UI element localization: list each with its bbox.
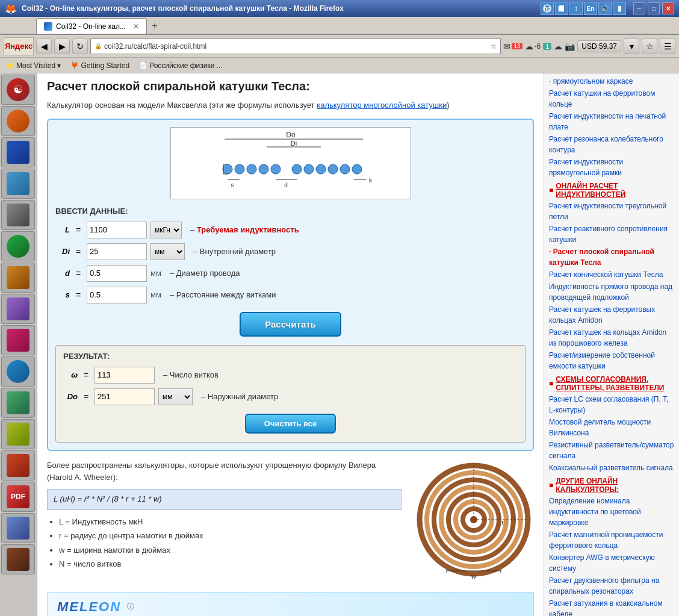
maximize-btn[interactable]: □: [648, 2, 660, 14]
output-omega[interactable]: [95, 367, 155, 384]
address-bar[interactable]: 🔒 coil32.ru/calc/flat-spiral-coil.html ☆: [90, 39, 501, 54]
email-btn[interactable]: ✉ 13: [503, 39, 522, 54]
clear-btn[interactable]: Очистить все: [245, 414, 336, 434]
rsidebar-link-14[interactable]: Резистивный разветвитель/сумматор сигнал…: [549, 440, 674, 461]
navbar: Яндекс ◀ ▶ ↻ 🔒 coil32.ru/calc/flat-spira…: [0, 35, 679, 58]
minimize-btn[interactable]: ─: [633, 2, 645, 14]
rsidebar-link-5[interactable]: Расчет индуктивности треугольной петли: [549, 201, 674, 222]
sidebar-icon-2[interactable]: [1, 106, 35, 136]
volume-icon[interactable]: 🔊: [598, 2, 612, 15]
bookmark-getting-started[interactable]: 🦊 Getting Started: [68, 60, 132, 71]
sidebar-icon-6[interactable]: [1, 231, 35, 261]
rsidebar-link-active[interactable]: · Расчет плоской спиральной катушки Тесл…: [549, 246, 674, 268]
sidebar-icon-12[interactable]: [1, 419, 35, 449]
rsidebar-link-7[interactable]: Расчет конической катушки Тесла: [549, 269, 674, 280]
rsidebar-link-15[interactable]: Коаксиальный разветвитель сигнала: [549, 462, 674, 473]
rsidebar-link-0[interactable]: · прямоугольном каркасе: [549, 76, 674, 87]
reload-btn[interactable]: ↻: [72, 39, 88, 54]
rsidebar-link-11[interactable]: Расчет/измерение собственной емкости кат…: [549, 350, 674, 372]
address-bookmark-icon[interactable]: ☆: [490, 42, 497, 51]
unit-Do[interactable]: мм см дюйм: [158, 388, 193, 405]
input-L[interactable]: [87, 222, 147, 238]
active-tab[interactable]: Coil32 - On-line кал... ✕: [36, 18, 147, 34]
close-btn[interactable]: ✕: [662, 2, 674, 14]
right-sidebar: · прямоугольном каркасе Расчет катушки н…: [544, 73, 679, 616]
input-row-d: d = мм – Диаметр провода: [55, 265, 526, 282]
rsidebar-link-12[interactable]: Расчет LC схем согласования (П, Т, L-кон…: [549, 394, 674, 415]
bookmark-star-btn[interactable]: ☆: [642, 39, 657, 54]
battery-icon[interactable]: ▮: [613, 2, 626, 15]
left-sidebar: ☯: [0, 73, 37, 616]
hp-icon[interactable]: hp: [541, 2, 554, 15]
unit-L[interactable]: мкГн мГн Гн: [150, 222, 182, 238]
weather-temp: -6: [535, 42, 541, 51]
rsidebar-link-13[interactable]: Мостовой делитель мощности Вилкинсона: [549, 417, 674, 438]
multilayer-link[interactable]: калькулятор многослойной катушки: [317, 101, 447, 110]
rsidebar-link-1[interactable]: Расчет катушки на ферритовом кольце: [549, 88, 674, 110]
rsidebar-link-9[interactable]: Расчет катушек на ферритовых кольцах Ami…: [549, 304, 674, 326]
cloud-icon-btn[interactable]: ☁: [554, 39, 562, 54]
input-d[interactable]: [87, 265, 147, 282]
bookmark-most-visited[interactable]: ⭐ Most Visited ▾: [4, 60, 63, 71]
unit-Di[interactable]: мм см дюйм: [150, 243, 185, 260]
rsidebar-link-10[interactable]: Расчет катушек на кольцах Amidon из поро…: [549, 327, 674, 349]
rsidebar-link-4[interactable]: Расчет индуктивности прямоугольной рамки: [549, 157, 674, 178]
lang-icon[interactable]: En: [584, 2, 597, 15]
svg-point-11: [259, 164, 268, 174]
desc-d: – Диаметр провода: [170, 269, 240, 278]
rsidebar-link-8[interactable]: Индуктивность прямого провода над провод…: [549, 281, 674, 303]
rsidebar-link-6[interactable]: Расчет реактивного сопротивления катушки: [549, 223, 674, 245]
rsidebar-link-19[interactable]: Расчет двухзвенного фильтра на спиральны…: [549, 575, 674, 597]
photo-icon-btn[interactable]: 📷: [565, 39, 575, 54]
bottom-info-icon[interactable]: ⓘ: [127, 602, 134, 612]
sidebar-icon-9[interactable]: [1, 325, 35, 355]
dropdown-btn[interactable]: ▾: [624, 39, 639, 54]
sidebar-icon-3[interactable]: [1, 137, 35, 167]
sidebar-icon-5[interactable]: [1, 200, 35, 230]
transfer-icon[interactable]: ↕: [569, 2, 583, 15]
sidebar-icon-16[interactable]: [1, 544, 35, 574]
result-box: РЕЗУЛЬТАТ: ω = – Число витков Do = мм: [55, 345, 526, 443]
sidebar-icon-11[interactable]: [1, 388, 35, 418]
menu-btn[interactable]: ☰: [660, 39, 675, 54]
input-row-L: L = мкГн мГн Гн – Требуемая индуктивност…: [55, 222, 526, 238]
rsidebar-link-18[interactable]: Конвертер AWG в метрическую систему: [549, 552, 674, 574]
rsidebar-link-16[interactable]: Определение номинала индуктивности по цв…: [549, 496, 674, 528]
usd-badge[interactable]: USD 59.37: [577, 40, 621, 52]
svg-text:hp: hp: [544, 5, 551, 12]
weather-btn[interactable]: ☁ -6: [525, 39, 541, 54]
sidebar-icon-15[interactable]: [1, 513, 35, 543]
sidebar-icon-8[interactable]: [1, 294, 35, 324]
sidebar-icon-13[interactable]: [1, 450, 35, 481]
label-omega: ω: [63, 370, 78, 379]
label-Di: Di: [55, 247, 70, 256]
sidebar-icon-10[interactable]: [1, 356, 35, 387]
tab-close-btn[interactable]: ✕: [133, 22, 139, 31]
input-Di[interactable]: [87, 243, 147, 260]
output-Do[interactable]: [95, 388, 155, 405]
forward-btn[interactable]: ▶: [54, 39, 70, 54]
sidebar-icon-img-10: [7, 360, 29, 383]
intro-text-end: ): [447, 101, 449, 110]
calculate-btn[interactable]: Рассчитать: [240, 312, 341, 337]
new-tab-btn[interactable]: +: [147, 18, 163, 34]
rsidebar-link-3[interactable]: Расчет резонанса колебательного контура: [549, 134, 674, 155]
sidebar-icon-14[interactable]: PDF: [1, 482, 35, 512]
rsidebar-link-20[interactable]: Расчет затухания в коаксиальном кабеле: [549, 598, 674, 616]
input-s[interactable]: [87, 287, 147, 303]
rsidebar-link-17[interactable]: Расчет магнитной проницаемости ферритово…: [549, 529, 674, 551]
section-icon-1: ■: [549, 186, 553, 194]
bookmark-russian-physicists[interactable]: 📄 Российские физики ...: [137, 60, 225, 71]
sidebar-icon-7[interactable]: [1, 263, 35, 293]
notification-btn[interactable]: 1: [543, 39, 551, 54]
email-count: 13: [512, 43, 522, 49]
sidebar-icon-1[interactable]: ☯: [1, 75, 35, 105]
coil-diagram: Do Di: [170, 127, 411, 199]
yandex-logo[interactable]: Яндекс: [4, 37, 34, 55]
label-L: L: [55, 225, 70, 234]
rsidebar-link-2[interactable]: Расчет индуктивности на печатной плате: [549, 111, 674, 132]
back-btn[interactable]: ◀: [36, 39, 52, 54]
sidebar-icon-img-11: [7, 391, 29, 414]
files-icon[interactable]: [555, 2, 568, 15]
sidebar-icon-4[interactable]: [1, 169, 35, 199]
